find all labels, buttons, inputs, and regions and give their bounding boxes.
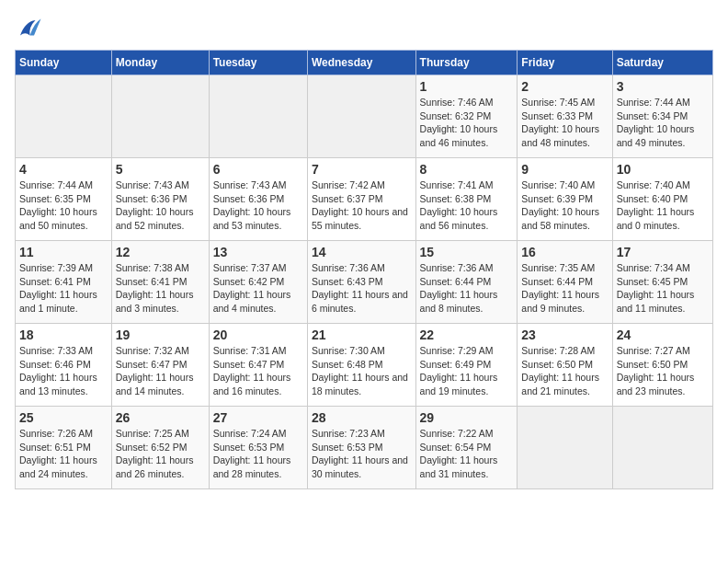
day-info: Sunrise: 7:36 AMSunset: 6:44 PMDaylight:… xyxy=(420,261,514,316)
calendar-body: 1Sunrise: 7:46 AMSunset: 6:32 PMDaylight… xyxy=(16,75,713,489)
day-info: Sunrise: 7:45 AMSunset: 6:33 PMDaylight:… xyxy=(521,96,608,150)
day-info: Sunrise: 7:39 AMSunset: 6:41 PMDaylight:… xyxy=(19,261,108,316)
calendar-cell: 7Sunrise: 7:42 AMSunset: 6:37 PMDaylight… xyxy=(307,158,415,241)
day-number: 18 xyxy=(19,327,108,342)
weekday-friday: Friday xyxy=(518,51,612,75)
day-number: 2 xyxy=(521,79,608,94)
day-number: 27 xyxy=(213,410,303,425)
logo-icon xyxy=(15,15,42,42)
calendar-cell: 15Sunrise: 7:36 AMSunset: 6:44 PMDayligh… xyxy=(415,241,518,324)
day-info: Sunrise: 7:35 AMSunset: 6:44 PMDaylight:… xyxy=(521,261,608,316)
weekday-header-row: SundayMondayTuesdayWednesdayThursdayFrid… xyxy=(16,51,713,75)
day-number: 8 xyxy=(420,162,514,177)
day-number: 26 xyxy=(116,410,205,425)
day-info: Sunrise: 7:40 AMSunset: 6:40 PMDaylight:… xyxy=(617,178,709,233)
day-number: 13 xyxy=(213,245,303,259)
calendar-cell: 22Sunrise: 7:29 AMSunset: 6:49 PMDayligh… xyxy=(415,324,518,407)
calendar-cell: 16Sunrise: 7:35 AMSunset: 6:44 PMDayligh… xyxy=(518,241,612,324)
calendar-cell xyxy=(307,75,415,158)
calendar-cell: 14Sunrise: 7:36 AMSunset: 6:43 PMDayligh… xyxy=(307,241,415,324)
calendar-week-2: 11Sunrise: 7:39 AMSunset: 6:41 PMDayligh… xyxy=(16,241,713,324)
calendar-cell: 27Sunrise: 7:24 AMSunset: 6:53 PMDayligh… xyxy=(209,407,307,489)
calendar-cell: 26Sunrise: 7:25 AMSunset: 6:52 PMDayligh… xyxy=(111,407,209,489)
page-header xyxy=(15,15,713,42)
weekday-saturday: Saturday xyxy=(612,51,712,75)
day-info: Sunrise: 7:25 AMSunset: 6:52 PMDaylight:… xyxy=(116,427,205,481)
calendar-cell xyxy=(518,407,612,489)
calendar-cell xyxy=(209,75,307,158)
calendar-cell: 25Sunrise: 7:26 AMSunset: 6:51 PMDayligh… xyxy=(16,407,112,489)
calendar-cell: 17Sunrise: 7:34 AMSunset: 6:45 PMDayligh… xyxy=(612,241,712,324)
day-info: Sunrise: 7:36 AMSunset: 6:43 PMDaylight:… xyxy=(312,261,412,316)
day-number: 25 xyxy=(19,410,108,425)
day-number: 22 xyxy=(420,327,514,342)
calendar-cell: 3Sunrise: 7:44 AMSunset: 6:34 PMDaylight… xyxy=(612,75,712,158)
calendar-cell: 11Sunrise: 7:39 AMSunset: 6:41 PMDayligh… xyxy=(16,241,112,324)
calendar-week-1: 4Sunrise: 7:44 AMSunset: 6:35 PMDaylight… xyxy=(16,158,713,241)
day-number: 29 xyxy=(420,410,514,425)
calendar-cell: 5Sunrise: 7:43 AMSunset: 6:36 PMDaylight… xyxy=(111,158,209,241)
day-number: 3 xyxy=(617,79,709,94)
calendar-table: SundayMondayTuesdayWednesdayThursdayFrid… xyxy=(15,50,713,489)
calendar-cell: 8Sunrise: 7:41 AMSunset: 6:38 PMDaylight… xyxy=(415,158,518,241)
day-number: 21 xyxy=(312,327,412,342)
day-number: 11 xyxy=(19,245,108,259)
day-info: Sunrise: 7:26 AMSunset: 6:51 PMDaylight:… xyxy=(19,427,108,481)
day-info: Sunrise: 7:46 AMSunset: 6:32 PMDaylight:… xyxy=(420,96,514,150)
day-info: Sunrise: 7:43 AMSunset: 6:36 PMDaylight:… xyxy=(116,178,205,233)
calendar-cell: 20Sunrise: 7:31 AMSunset: 6:47 PMDayligh… xyxy=(209,324,307,407)
calendar-cell: 9Sunrise: 7:40 AMSunset: 6:39 PMDaylight… xyxy=(518,158,612,241)
calendar-cell xyxy=(16,75,112,158)
day-number: 5 xyxy=(116,162,205,177)
day-info: Sunrise: 7:44 AMSunset: 6:34 PMDaylight:… xyxy=(617,96,709,150)
day-info: Sunrise: 7:40 AMSunset: 6:39 PMDaylight:… xyxy=(521,178,608,233)
day-info: Sunrise: 7:29 AMSunset: 6:49 PMDaylight:… xyxy=(420,344,514,398)
day-number: 4 xyxy=(19,162,108,177)
calendar-cell: 12Sunrise: 7:38 AMSunset: 6:41 PMDayligh… xyxy=(111,241,209,324)
calendar-cell: 24Sunrise: 7:27 AMSunset: 6:50 PMDayligh… xyxy=(612,324,712,407)
day-number: 24 xyxy=(617,327,709,342)
day-info: Sunrise: 7:22 AMSunset: 6:54 PMDaylight:… xyxy=(420,427,514,481)
day-info: Sunrise: 7:31 AMSunset: 6:47 PMDaylight:… xyxy=(213,344,303,398)
weekday-wednesday: Wednesday xyxy=(307,51,415,75)
day-info: Sunrise: 7:43 AMSunset: 6:36 PMDaylight:… xyxy=(213,178,303,233)
weekday-thursday: Thursday xyxy=(415,51,518,75)
day-number: 17 xyxy=(617,245,709,259)
day-number: 14 xyxy=(312,245,412,259)
logo xyxy=(15,15,46,42)
day-info: Sunrise: 7:37 AMSunset: 6:42 PMDaylight:… xyxy=(213,261,303,316)
day-number: 12 xyxy=(116,245,205,259)
weekday-sunday: Sunday xyxy=(16,51,112,75)
calendar-cell xyxy=(612,407,712,489)
calendar-cell: 4Sunrise: 7:44 AMSunset: 6:35 PMDaylight… xyxy=(16,158,112,241)
day-info: Sunrise: 7:30 AMSunset: 6:48 PMDaylight:… xyxy=(312,344,412,398)
calendar-cell xyxy=(111,75,209,158)
day-info: Sunrise: 7:28 AMSunset: 6:50 PMDaylight:… xyxy=(521,344,608,398)
day-number: 23 xyxy=(521,327,608,342)
day-info: Sunrise: 7:33 AMSunset: 6:46 PMDaylight:… xyxy=(19,344,108,398)
calendar-cell: 28Sunrise: 7:23 AMSunset: 6:53 PMDayligh… xyxy=(307,407,415,489)
calendar-cell: 2Sunrise: 7:45 AMSunset: 6:33 PMDaylight… xyxy=(518,75,612,158)
calendar-week-4: 25Sunrise: 7:26 AMSunset: 6:51 PMDayligh… xyxy=(16,407,713,489)
day-number: 6 xyxy=(213,162,303,177)
calendar-cell: 18Sunrise: 7:33 AMSunset: 6:46 PMDayligh… xyxy=(16,324,112,407)
day-info: Sunrise: 7:34 AMSunset: 6:45 PMDaylight:… xyxy=(617,261,709,316)
calendar-cell: 6Sunrise: 7:43 AMSunset: 6:36 PMDaylight… xyxy=(209,158,307,241)
calendar-cell: 21Sunrise: 7:30 AMSunset: 6:48 PMDayligh… xyxy=(307,324,415,407)
day-number: 28 xyxy=(312,410,412,425)
calendar-cell: 1Sunrise: 7:46 AMSunset: 6:32 PMDaylight… xyxy=(415,75,518,158)
day-info: Sunrise: 7:44 AMSunset: 6:35 PMDaylight:… xyxy=(19,178,108,233)
calendar-week-3: 18Sunrise: 7:33 AMSunset: 6:46 PMDayligh… xyxy=(16,324,713,407)
day-number: 20 xyxy=(213,327,303,342)
calendar-week-0: 1Sunrise: 7:46 AMSunset: 6:32 PMDaylight… xyxy=(16,75,713,158)
day-number: 7 xyxy=(312,162,412,177)
calendar-cell: 23Sunrise: 7:28 AMSunset: 6:50 PMDayligh… xyxy=(518,324,612,407)
weekday-tuesday: Tuesday xyxy=(209,51,307,75)
day-info: Sunrise: 7:24 AMSunset: 6:53 PMDaylight:… xyxy=(213,427,303,481)
day-info: Sunrise: 7:42 AMSunset: 6:37 PMDaylight:… xyxy=(312,178,412,233)
day-info: Sunrise: 7:32 AMSunset: 6:47 PMDaylight:… xyxy=(116,344,205,398)
calendar-cell: 29Sunrise: 7:22 AMSunset: 6:54 PMDayligh… xyxy=(415,407,518,489)
day-number: 10 xyxy=(617,162,709,177)
day-number: 9 xyxy=(521,162,608,177)
day-number: 15 xyxy=(420,245,514,259)
